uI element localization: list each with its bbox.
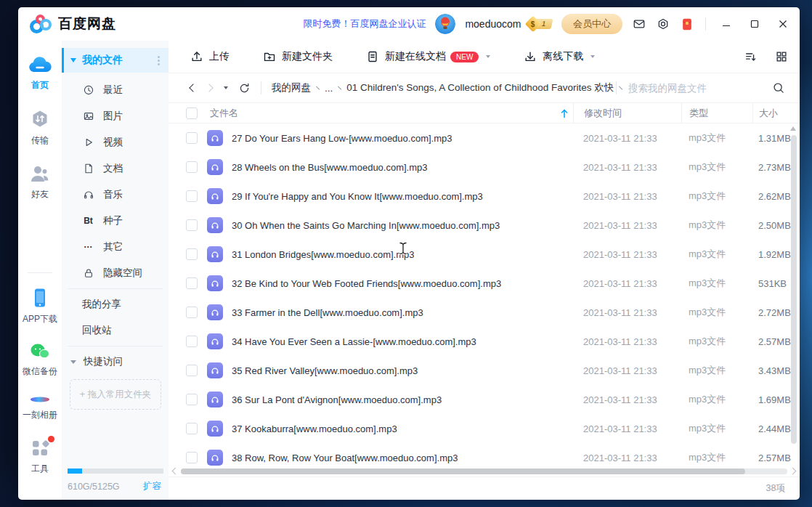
vertical-scrollbar[interactable] [791,135,797,444]
new-online-doc-button[interactable]: 新建在线文档 NEW [366,50,490,63]
avatar[interactable] [435,14,455,34]
minimize-button[interactable] [717,15,736,33]
horizontal-scrollbar-thumb[interactable] [181,469,745,474]
scroll-right-icon[interactable] [789,468,797,475]
row-checkbox[interactable] [186,336,198,347]
column-header-date[interactable]: 修改时间 [573,103,681,123]
column-header-name[interactable]: 文件名 [210,107,238,120]
row-checkbox[interactable] [186,277,198,289]
nav-forward-icon[interactable] [205,84,213,92]
nav-back-icon[interactable] [189,84,197,92]
table-row[interactable]: 30 Oh When the Saints Go Marching In[www… [169,211,800,240]
row-checkbox[interactable] [186,452,198,463]
table-row[interactable]: 38 Row, Row, Row Your Boat[www.moeduo.co… [169,443,800,466]
file-date: 2021-03-11 21:33 [573,249,681,260]
table-row[interactable]: 35 Red River Valley[www.moeduo.com].mp3 … [169,356,800,385]
search-input[interactable] [627,82,739,94]
table-row[interactable]: 27 Do Your Ears Hang Low-[www.moeduo.com… [169,123,800,153]
settings-gear-icon[interactable] [656,17,670,31]
rail-item-app-download[interactable]: APP下载 [23,288,57,325]
breadcrumb-current-folder[interactable]: 01 Children's Songs, A Collection of Chi… [346,81,614,94]
sort-order-icon[interactable] [744,50,758,63]
file-name[interactable]: 30 Oh When the Saints Go Marching In[www… [232,220,500,231]
history-dropdown-icon[interactable] [224,86,228,89]
file-name[interactable]: 36 Sur La Pont d'Avignon[www.moeduo.com]… [232,394,442,405]
file-name[interactable]: 27 Do Your Ears Hang Low-[www.moeduo.com… [232,133,452,144]
mail-icon[interactable] [632,17,646,31]
sidebar-item-others[interactable]: ··· 其它 [62,234,169,260]
rail-item-photo-album[interactable]: 一刻相册 [23,395,57,421]
rail-item-transfer[interactable]: 传输 [30,109,50,147]
expand-storage-link[interactable]: 扩容 [143,480,161,492]
username[interactable]: moeduocom [465,18,521,30]
file-name[interactable]: 33 Farmer in the Dell[www.moeduo.com].mp… [232,307,423,318]
row-checkbox[interactable] [186,365,198,376]
sidebar-item-torrents[interactable]: Bt 种子 [62,208,169,234]
more-options-icon[interactable] [156,54,161,67]
file-name[interactable]: 38 Row, Row, Row Your Boat[www.moeduo.co… [232,453,458,463]
file-name[interactable]: 35 Red River Valley[www.moeduo.com].mp3 [232,365,418,376]
caret-down-icon[interactable] [486,55,490,58]
file-name[interactable]: 29 If You're Happy and You Know It[www.m… [232,191,483,202]
rail-item-tools[interactable]: 工具 [31,439,49,475]
table-row[interactable]: 28 Wheels on the Bus[www.moeduo.com].mp3… [169,153,800,182]
row-checkbox[interactable] [186,307,198,318]
file-name[interactable]: 32 Be Kind to Your Web Footed Friends[ww… [232,278,501,289]
file-name[interactable]: 34 Have You Ever Seen a Lassie-[www.moed… [232,336,476,347]
file-name[interactable]: 31 London Bridges[www.moeduo.com].mp3 [232,249,414,260]
rail-item-wechat-backup[interactable]: 微信备份 [23,343,57,378]
column-header-type[interactable]: 类型 [681,103,752,123]
scroll-left-icon[interactable] [172,468,179,475]
grid-view-icon[interactable] [775,50,788,63]
sidebar-item-my-shares[interactable]: 我的分享 [62,291,169,317]
rail-item-friends[interactable]: 好友 [29,164,51,200]
horizontal-scrollbar-track[interactable] [181,469,787,474]
row-checkbox[interactable] [186,161,198,173]
vip-center-button[interactable]: 会员中心 [561,14,622,34]
lock-icon [82,267,94,280]
sidebar-item-videos[interactable]: 视频 [62,129,169,155]
upload-button[interactable]: 上传 [190,50,230,63]
select-all-checkbox[interactable] [186,108,198,119]
sidebar-item-music[interactable]: 音乐 [62,182,169,208]
row-checkbox[interactable] [186,132,198,144]
new-folder-button[interactable]: 新建文件夹 [263,50,333,63]
sidebar-item-quick-access[interactable]: 快捷访问 [62,349,169,375]
sort-ascending-icon[interactable] [560,108,569,118]
drop-folder-zone[interactable]: + 拖入常用文件夹 [70,379,161,410]
sidebar-item-pictures[interactable]: 图片 [62,103,169,129]
search-icon[interactable] [772,81,785,94]
table-row[interactable]: 32 Be Kind to Your Web Footed Friends[ww… [169,269,800,298]
breadcrumb-ellipsis[interactable]: ... [325,83,333,94]
sidebar-item-documents[interactable]: 文档 [62,155,169,182]
caret-down-icon[interactable] [590,55,595,58]
sidebar-item-hidden-space[interactable]: 隐藏空间 [62,260,169,286]
row-checkbox[interactable] [186,423,198,434]
column-header-size[interactable]: 大小 [752,103,800,123]
offline-download-button[interactable]: 离线下载 [524,50,595,63]
table-row[interactable]: 31 London Bridges[www.moeduo.com].mp3 20… [169,240,800,269]
sidebar-item-recent[interactable]: 最近 [62,77,169,103]
sidebar-item-my-files[interactable]: 我的文件 [62,48,169,73]
row-checkbox[interactable] [186,248,198,260]
table-row[interactable]: 37 Kookaburra[www.moeduo.com].mp3 2021-0… [169,414,800,443]
scroll-up-icon[interactable] [790,126,796,131]
file-name[interactable]: 28 Wheels on the Bus[www.moeduo.com].mp3 [232,162,428,173]
table-row[interactable]: 33 Farmer in the Dell[www.moeduo.com].mp… [169,298,800,327]
rail-item-home[interactable]: 首页 [28,55,52,92]
table-row[interactable]: 29 If You're Happy and You Know It[www.m… [169,182,800,211]
row-checkbox[interactable] [186,219,198,231]
row-checkbox[interactable] [186,394,198,405]
coin-badge[interactable]: $ 1 [527,19,552,30]
table-row[interactable]: 34 Have You Ever Seen a Lassie-[www.moed… [169,327,800,356]
table-row[interactable]: 36 Sur La Pont d'Avignon[www.moeduo.com]… [169,385,800,414]
enterprise-promo-link[interactable]: 限时免费！百度网盘企业认证 [303,17,426,31]
row-checkbox[interactable] [186,190,198,202]
close-button[interactable] [774,15,792,33]
red-packet-icon[interactable] [680,17,694,31]
sidebar-item-recycle-bin[interactable]: 回收站 [62,317,169,344]
maximize-button[interactable] [745,15,764,33]
file-name[interactable]: 37 Kookaburra[www.moeduo.com].mp3 [232,423,397,434]
refresh-icon[interactable] [238,82,251,94]
breadcrumb-root[interactable]: 我的网盘 [272,81,311,94]
